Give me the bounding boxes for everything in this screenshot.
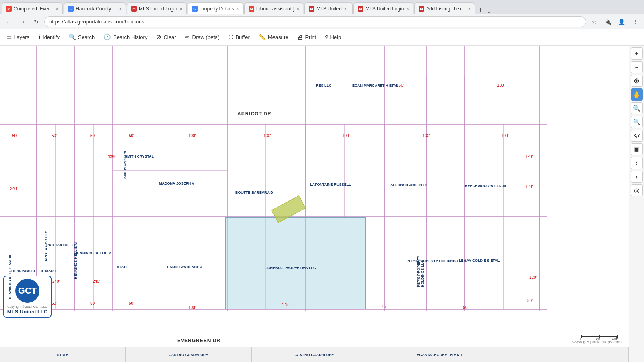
help-label: Help — [330, 34, 341, 40]
zoom-in-button[interactable]: + — [631, 47, 643, 60]
parcel-label-p10: PEP'S PROPERTY HOLDINGS LLC — [407, 259, 466, 263]
tab-close-addlisting[interactable]: × — [468, 6, 471, 11]
tab-close-inbox[interactable]: × — [297, 6, 299, 11]
parcel-label-p4: ALFONSO JOSEPH P — [390, 183, 427, 187]
parcel-label-p15: EGAN MARGARET H ETAL — [352, 84, 398, 88]
tab-close-hancock[interactable]: × — [119, 6, 122, 11]
parcel-vert-protax: PRO TAX CO LLC — [44, 229, 48, 261]
address-input[interactable] — [44, 16, 586, 27]
bottom-parcel-bar: STATECASTRO GUADALUPECASTRO GUADALUPEEGA… — [0, 347, 629, 362]
tab-close-mls3[interactable]: × — [407, 6, 409, 11]
clear-button[interactable]: ⊘ Clear — [152, 31, 180, 43]
identify-icon: ℹ — [38, 33, 41, 41]
print-icon: 🖨 — [297, 34, 303, 41]
parcel-vert-hkm: HENNINGS KELLIE MARIE — [8, 247, 12, 299]
dim-label-d2: 50' — [52, 134, 57, 138]
help-button[interactable]: ? Help — [321, 32, 345, 43]
tab-icon-mls3: M — [358, 6, 363, 12]
parcel-label-p3: LAFONTAINE RUSSELL — [310, 183, 351, 187]
bottom-cell-castro-guadalupe: CASTRO GUADALUPE — [126, 347, 251, 362]
forward-button[interactable]: → — [17, 16, 28, 27]
parcel-label-p13: HENNINGS KELLIE MARIE — [11, 269, 57, 273]
highlighted-parcel[interactable] — [225, 217, 366, 309]
identify-button[interactable]: ℹ Identify — [34, 31, 64, 43]
xy-button[interactable]: X,Y — [631, 130, 643, 142]
buffer-button[interactable]: ⬡ Buffer — [224, 31, 253, 43]
dim-label-d4: 50' — [129, 134, 134, 138]
dim-label-d17: 240' — [93, 279, 100, 284]
zoom-area-button[interactable]: 🔍 — [631, 102, 643, 114]
back-button[interactable]: ← — [3, 16, 14, 27]
tab-icon-gmail1: M — [6, 6, 12, 12]
buffer-icon: ⬡ — [228, 33, 233, 41]
bottom-cell-castro-guadalupe: CASTRO GUADALUPE — [252, 347, 377, 362]
tab-hancock[interactable]: GHancock County ...× — [64, 2, 126, 14]
tab-label-gmail1: Completed: Ever... — [14, 6, 54, 12]
tab-icon-mls2: M — [309, 6, 314, 12]
draw-button[interactable]: ✏ Draw (beta) — [181, 31, 223, 43]
tab-inbox[interactable]: MInbox - assistant [× — [244, 2, 303, 14]
tab-label-mls1: MLS United Login — [139, 6, 177, 12]
tab-propdetails[interactable]: GProperty Details× — [188, 2, 244, 14]
tab-close-gmail1[interactable]: × — [56, 6, 58, 11]
measure-button[interactable]: 📏 Measure — [254, 31, 293, 43]
locate-button[interactable]: ⊕ — [631, 75, 643, 87]
tab-close-mls1[interactable]: × — [180, 6, 182, 11]
dim-label-d22: 50' — [129, 301, 134, 306]
toolbar: ☰ Layers ℹ Identify 🔍 Search 🕐 Search Hi… — [0, 29, 644, 46]
geolocation-button[interactable]: ◎ — [631, 184, 643, 196]
tab-label-hancock: Hancock County ... — [76, 6, 116, 12]
back-map-button[interactable]: ‹ — [631, 157, 643, 169]
dim-label-d10: 150' — [396, 83, 404, 88]
menu-button[interactable]: ⋮ — [630, 16, 641, 27]
watermark: www.geoportalmaps.com — [572, 339, 622, 344]
select-rect-button[interactable]: ▣ — [631, 143, 643, 155]
tab-addlisting[interactable]: MAdd Listing | flex...× — [414, 2, 475, 14]
tab-gmail1[interactable]: MCompleted: Ever...× — [2, 2, 63, 14]
dim-label-d1: 50' — [12, 134, 17, 138]
forward-map-button[interactable]: › — [631, 171, 643, 183]
dim-label-d20: 50' — [52, 301, 57, 306]
measure-label: Measure — [268, 34, 289, 40]
zoom-out-button[interactable]: − — [631, 61, 643, 73]
tab-overflow-button[interactable]: ⌄ — [485, 8, 493, 14]
bottom-cell-state: STATE — [0, 347, 126, 362]
layers-button[interactable]: ☰ Layers — [2, 31, 33, 43]
extensions-button[interactable]: 🔌 — [602, 16, 613, 27]
profile-button[interactable]: 👤 — [616, 16, 627, 27]
logo-copyright: Copyright © 2014 GCT, LLC — [7, 305, 47, 309]
search-button[interactable]: 🔍 Search — [64, 31, 99, 43]
tab-mls1[interactable]: MMLS United Login× — [127, 2, 187, 14]
parcel-label-p14: HENNINGS KELLIE M — [74, 251, 111, 255]
parcel-vert-peph: PEP'S PROPERTY HOLDINGS LLC — [417, 243, 425, 287]
parcel-label-p12: PRO TAX CO LLC — [46, 243, 76, 247]
help-icon: ? — [325, 34, 328, 41]
layers-label: Layers — [14, 34, 29, 40]
pan-button[interactable]: ✋ — [631, 88, 643, 101]
map-area[interactable]: APRICOT DR EVERGREEN DR BAYOU DR BAYOU D… — [0, 46, 644, 362]
parcel-label-p9: JUNEBUG PROPERTIES LLC — [266, 266, 316, 270]
tab-close-propdetails[interactable]: × — [236, 6, 239, 11]
zoom-out-area-button[interactable]: 🔍 — [631, 116, 643, 128]
address-bar-row: ← → ↻ ☆ 🔌 👤 ⋮ — [0, 14, 644, 29]
tab-mls3[interactable]: MMLS United Login× — [353, 2, 413, 14]
tab-close-mls2[interactable]: × — [344, 6, 347, 11]
tab-icon-addlisting: M — [419, 6, 424, 12]
draw-icon: ✏ — [185, 33, 190, 41]
reload-button[interactable]: ↻ — [31, 16, 42, 27]
bookmark-button[interactable]: ☆ — [588, 16, 600, 27]
new-tab-button[interactable]: + — [476, 6, 485, 14]
parcel-label-p6: SMITH CRYSTAL — [125, 154, 154, 158]
dim-label-d27: 50' — [527, 298, 533, 303]
identify-label: Identify — [43, 34, 60, 40]
tab-label-mls3: MLS United Login — [365, 6, 404, 12]
layers-icon: ☰ — [6, 33, 12, 41]
dim-label-d26: 150' — [461, 305, 469, 310]
dim-label-d3: 50' — [90, 134, 95, 138]
dim-label-d23: 100' — [188, 305, 196, 310]
search-history-button[interactable]: 🕐 Search History — [99, 31, 151, 43]
print-button[interactable]: 🖨 Print — [293, 32, 320, 43]
tab-icon-propdetails: G — [192, 6, 198, 12]
tab-mls2[interactable]: MMLS United× — [304, 2, 353, 14]
dim-label-d12: 240' — [10, 187, 18, 191]
